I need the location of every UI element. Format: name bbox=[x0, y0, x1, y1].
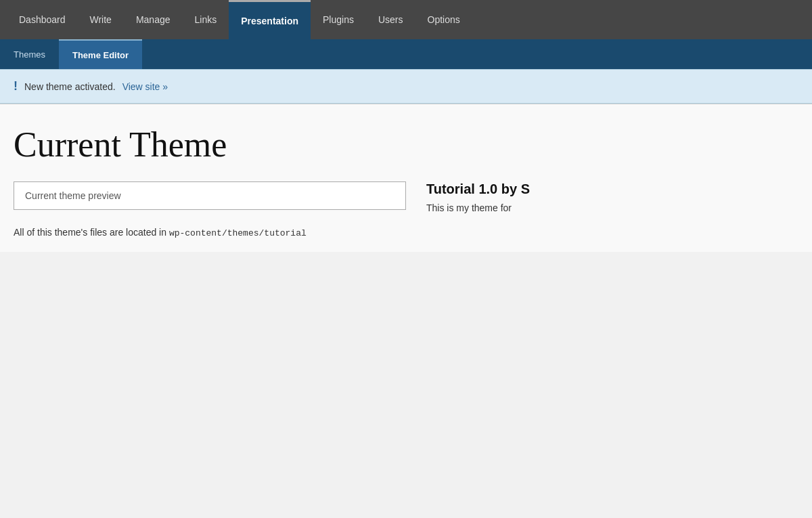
theme-preview-box: Current theme preview bbox=[14, 181, 406, 210]
notification-bar: ! New theme activated. View site » bbox=[0, 69, 812, 104]
notification-icon: ! bbox=[14, 79, 18, 93]
view-site-link[interactable]: View site » bbox=[122, 81, 168, 92]
nav-item-presentation[interactable]: Presentation bbox=[229, 0, 311, 39]
nav-item-write[interactable]: Write bbox=[78, 0, 124, 39]
nav-item-plugins[interactable]: Plugins bbox=[311, 0, 366, 39]
theme-info: Tutorial 1.0 by S This is my theme for bbox=[426, 181, 798, 213]
notification-text: New theme activated. bbox=[24, 81, 116, 92]
theme-files-path: wp-content/themes/tutorial bbox=[169, 228, 307, 238]
sub-nav-item-theme-editor[interactable]: Theme Editor bbox=[59, 39, 142, 69]
main-content: Current Theme Current theme preview Tuto… bbox=[0, 104, 812, 252]
nav-item-dashboard[interactable]: Dashboard bbox=[7, 0, 78, 39]
nav-item-options[interactable]: Options bbox=[415, 0, 472, 39]
nav-item-links[interactable]: Links bbox=[183, 0, 229, 39]
theme-description: This is my theme for bbox=[426, 202, 798, 213]
theme-files-text: All of this theme's files are located in… bbox=[14, 227, 798, 238]
nav-item-manage[interactable]: Manage bbox=[124, 0, 183, 39]
top-nav: Dashboard Write Manage Links Presentatio… bbox=[0, 0, 812, 39]
theme-name: Tutorial 1.0 by S bbox=[426, 181, 798, 197]
theme-section: Current theme preview Tutorial 1.0 by S … bbox=[14, 181, 798, 213]
nav-item-users[interactable]: Users bbox=[366, 0, 415, 39]
sub-nav-item-themes[interactable]: Themes bbox=[0, 39, 59, 69]
page-title: Current Theme bbox=[14, 125, 798, 165]
sub-nav: Themes Theme Editor bbox=[0, 39, 812, 69]
